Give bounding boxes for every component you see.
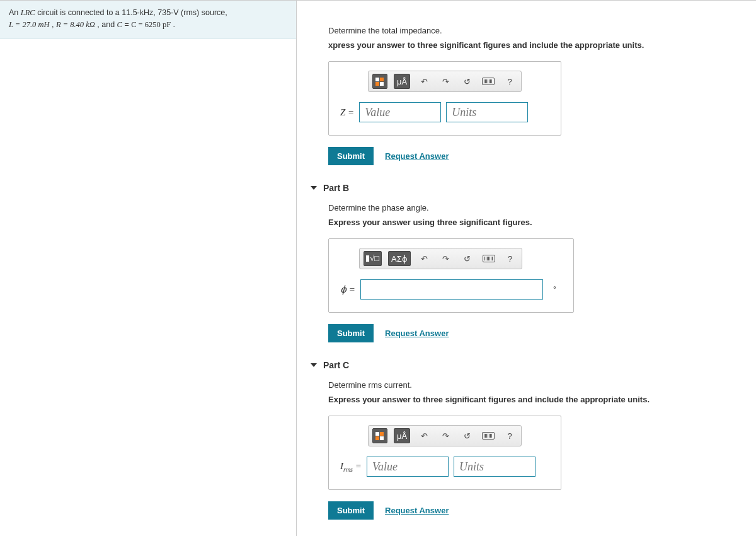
part-c-header[interactable]: Part C — [297, 349, 756, 374]
part-a-answer-box: μÅ ↶ ↷ ↺ ? Z = — [328, 61, 561, 136]
chevron-down-icon — [311, 363, 317, 367]
keyboard-icon[interactable] — [481, 74, 496, 89]
part-b-request-answer-link[interactable]: Request Answer — [385, 329, 449, 338]
part-a-units-input[interactable] — [446, 102, 528, 122]
reset-icon[interactable]: ↺ — [460, 251, 475, 266]
part-b-toolbar: √□ ΑΣϕ ↶ ↷ ↺ ? — [359, 248, 522, 269]
part-c-toolbar: μÅ ↶ ↷ ↺ ? — [368, 425, 522, 446]
undo-icon[interactable]: ↶ — [417, 251, 432, 266]
part-c-units-input[interactable] — [454, 457, 536, 477]
part-a-toolbar: μÅ ↶ ↷ ↺ ? — [368, 71, 522, 92]
part-a-request-answer-link[interactable]: Request Answer — [385, 151, 449, 161]
part-b-title: Part B — [323, 183, 349, 193]
answers-panel: Determine the total impedance. xpress yo… — [296, 0, 756, 536]
help-icon[interactable]: ? — [502, 74, 517, 89]
problem-statement: An LRC circuit is connected to a 11.5-kH… — [0, 1, 296, 39]
part-c-input-row: Irms = — [340, 457, 549, 477]
part-c-prompt: Determine rms current. — [328, 380, 756, 390]
problem-text: An LRC circuit is connected to a 11.5-kH… — [9, 8, 227, 29]
part-c-hint: Express your answer to three significant… — [328, 395, 756, 404]
part-a-content: Determine the total impedance. xpress yo… — [297, 7, 756, 172]
part-b-actions: Submit Request Answer — [328, 324, 756, 342]
part-a-value-input[interactable] — [359, 102, 441, 122]
part-c-content: Determine rms current. Express your answ… — [297, 374, 756, 526]
part-b-var-label: ϕ = — [340, 284, 355, 295]
part-a-submit-button[interactable]: Submit — [328, 147, 374, 165]
templates-icon[interactable] — [372, 74, 387, 89]
part-c-submit-button[interactable]: Submit — [328, 501, 374, 520]
redo-icon[interactable]: ↷ — [438, 428, 453, 443]
undo-icon[interactable]: ↶ — [416, 428, 432, 443]
keyboard-icon[interactable] — [481, 428, 496, 443]
redo-icon[interactable]: ↷ — [438, 251, 454, 266]
symbols-button[interactable]: ΑΣϕ — [388, 251, 411, 266]
part-b-input-row: ϕ = ° — [340, 279, 562, 300]
templates-icon[interactable] — [372, 428, 387, 443]
part-a-var-label: Z = — [340, 107, 354, 118]
part-b-content: Determine the phase angle. Express your … — [297, 197, 756, 349]
part-a-input-row: Z = — [340, 102, 549, 122]
part-b-hint: Express your answer using three signific… — [328, 218, 756, 227]
part-c-request-answer-link[interactable]: Request Answer — [385, 506, 449, 515]
part-b-value-input[interactable] — [360, 279, 543, 300]
part-b-submit-button[interactable]: Submit — [328, 324, 374, 342]
part-c-actions: Submit Request Answer — [328, 501, 756, 520]
part-c-title: Part C — [323, 360, 349, 370]
help-icon[interactable]: ? — [502, 428, 517, 443]
templates-icon[interactable]: √□ — [364, 251, 382, 266]
degree-symbol: ° — [553, 285, 556, 294]
keyboard-icon[interactable] — [481, 251, 496, 266]
part-c-answer-box: μÅ ↶ ↷ ↺ ? Irms = — [328, 416, 561, 490]
part-c-value-input[interactable] — [367, 457, 449, 477]
help-icon[interactable]: ? — [503, 251, 518, 266]
part-a-actions: Submit Request Answer — [328, 147, 756, 165]
part-a-prompt: Determine the total impedance. — [328, 26, 756, 35]
part-a-hint: xpress your answer to three significant … — [328, 40, 756, 50]
part-b-header[interactable]: Part B — [297, 172, 756, 197]
redo-icon[interactable]: ↷ — [438, 74, 453, 89]
part-c-var-label: Irms = — [340, 461, 362, 473]
reset-icon[interactable]: ↺ — [459, 428, 474, 443]
units-button[interactable]: μÅ — [394, 428, 410, 443]
problem-panel: An LRC circuit is connected to a 11.5-kH… — [0, 0, 296, 536]
reset-icon[interactable]: ↺ — [459, 74, 474, 89]
units-button[interactable]: μÅ — [394, 74, 410, 89]
part-b-answer-box: √□ ΑΣϕ ↶ ↷ ↺ ? ϕ = ° — [328, 238, 574, 313]
part-b-prompt: Determine the phase angle. — [328, 203, 756, 213]
undo-icon[interactable]: ↶ — [416, 74, 432, 89]
chevron-down-icon — [311, 186, 317, 190]
